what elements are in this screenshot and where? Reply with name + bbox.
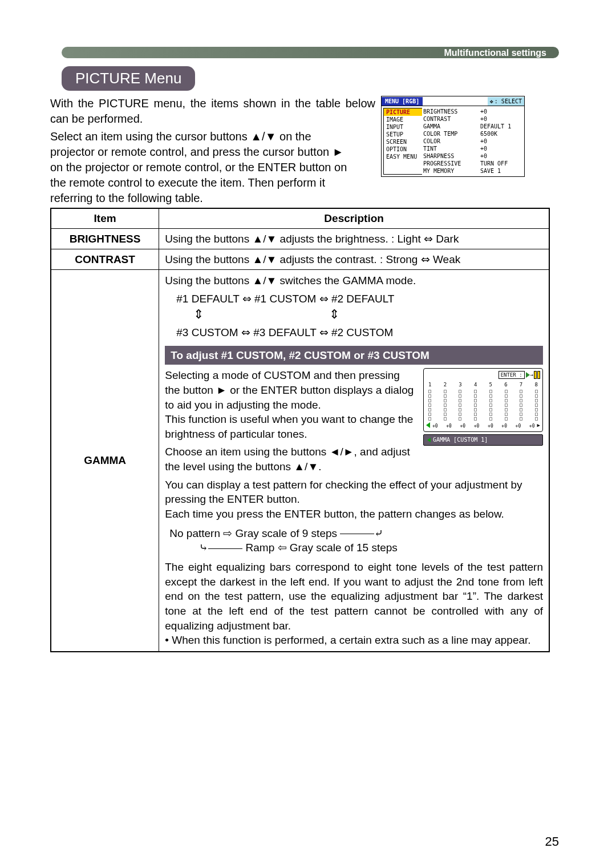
osd-item-name: TINT <box>422 145 479 152</box>
pattern-cycle: No pattern ⇨ Gray scale of 9 steps ⤶ ⤷ R… <box>165 526 543 555</box>
eq-bars <box>426 390 540 421</box>
gamma-eq-note: • When this function is performed, a cer… <box>165 633 543 648</box>
osd-item-value: +0 <box>479 145 522 152</box>
osd-tab: EASY MENU <box>384 153 422 160</box>
osd-tab: SCREEN <box>384 138 422 146</box>
intro-p1: With the PICTURE menu, the items shown i… <box>50 96 375 127</box>
updown-arrow-icon: ⇕ <box>193 306 204 323</box>
header-desc: Description <box>159 208 549 229</box>
page-number: 25 <box>545 834 559 849</box>
osd-item-names: BRIGHTNESS CONTRAST GAMMA COLOR TEMP COL… <box>422 108 479 175</box>
osd-item-name: CONTRAST <box>422 115 479 123</box>
gamma-cycle-top: #1 DEFAULT ⇔ #1 CUSTOM ⇔ #2 DEFAULT <box>176 292 543 306</box>
osd-item-name: GAMMA <box>422 123 479 130</box>
osd-tab: OPTION <box>384 146 422 153</box>
triangle-left-icon <box>426 422 430 428</box>
osd-item-values: +0 +0 DEFAULT 1 6500K +0 +0 +0 TURN OFF … <box>479 108 522 175</box>
osd-tab: INPUT <box>384 123 422 131</box>
osd-menu-figure: MENU [RGB] ✥ : SELECT PICTURE IMAGE INPU… <box>381 96 525 177</box>
header-item: Item <box>51 208 159 229</box>
corner-up-icon: ⤷ <box>199 542 208 554</box>
triangle-right-icon: ▶ <box>537 422 540 429</box>
intro-p2: Select an item using the cursor buttons … <box>50 129 352 206</box>
eq-bar-numbers: 1 2 3 4 5 6 7 8 <box>426 381 540 388</box>
gamma-custom-banner: To adjust #1 CUSTOM, #2 CUSTOM or #3 CUS… <box>165 346 543 365</box>
row-brightness-label: BRIGHTNESS <box>51 229 159 249</box>
play-icon <box>526 372 530 378</box>
corner-down-icon: ⤶ <box>374 527 383 539</box>
osd-item-value: TURN OFF <box>479 160 522 167</box>
osd-item-value: 6500K <box>479 130 522 138</box>
osd-item-value: +0 <box>479 108 522 115</box>
osd-item-value: DEFAULT 1 <box>479 123 522 130</box>
gamma-custom-p4: You can display a test pattern for check… <box>165 478 543 507</box>
gamma-custom-p5: Each time you press the ENTER button, th… <box>165 507 543 522</box>
long-arrow-icon <box>340 534 374 534</box>
osd-tab-list: PICTURE IMAGE INPUT SETUP SCREEN OPTION … <box>383 108 422 175</box>
gamma-cycle-arrows: ⇕ ⇕ <box>193 306 543 323</box>
row-gamma-desc: Using the buttons ▲/▼ switches the GAMMA… <box>159 270 549 652</box>
osd-tab: IMAGE <box>384 116 422 123</box>
header-bar: Multifunctional settings <box>62 47 559 58</box>
osd-item-value: +0 <box>479 152 522 160</box>
row-gamma-label: GAMMA <box>51 270 159 652</box>
pattern-line2-text: Ramp ⇦ Gray scale of 15 steps <box>246 542 398 554</box>
page-title: PICTURE Menu <box>62 66 195 91</box>
highlight-bars-icon <box>534 371 540 379</box>
row-contrast-desc: Using the buttons ▲/▼ adjusts the contra… <box>159 249 549 270</box>
eq-bar-values: +0 +0 +0 +0 +0 +0 +0 +0 <box>431 423 536 430</box>
section-label: Multifunctional settings <box>444 48 546 58</box>
row-contrast-label: CONTRAST <box>51 249 159 270</box>
osd-tab: PICTURE <box>384 108 422 116</box>
arrow-right-icon: → <box>530 372 533 378</box>
gamma-custom-figure-label: GAMMA [CUSTOM 1] <box>423 434 543 446</box>
dpad-icon: ✥ <box>490 98 493 104</box>
gamma-intro: Using the buttons ▲/▼ switches the GAMMA… <box>165 273 543 288</box>
osd-item-name: MY MEMORY <box>422 167 479 175</box>
osd-menu-label: MENU [RGB] <box>382 97 423 106</box>
gamma-eq-paragraph: The eight equalizing bars correspond to … <box>165 560 543 633</box>
triangle-left-icon <box>427 438 431 442</box>
osd-item-name: BRIGHTNESS <box>422 108 479 115</box>
equalizer-figure: ENTER : → 1 2 3 <box>423 368 543 474</box>
osd-item-value: SAVE 1 <box>479 167 522 175</box>
settings-table: Item Description BRIGHTNESS Using the bu… <box>50 208 550 652</box>
osd-item-name: PROGRESSIVE <box>422 160 479 167</box>
gamma-custom-p1: Selecting a mode of CUSTOM and then pres… <box>165 368 418 412</box>
osd-item-name: SHARPNESS <box>422 152 479 160</box>
intro-text: With the PICTURE menu, the items shown i… <box>50 96 375 206</box>
osd-select-label: ✥ : SELECT <box>488 97 524 106</box>
osd-item-name: COLOR <box>422 138 479 145</box>
gamma-cycle-bottom: #3 CUSTOM ⇔ #3 DEFAULT ⇔ #2 CUSTOM <box>176 325 543 340</box>
enter-label: ENTER : <box>499 371 525 379</box>
pattern-line1-text: No pattern ⇨ Gray scale of 9 steps <box>169 527 340 539</box>
osd-tab: SETUP <box>384 131 422 138</box>
row-brightness-desc: Using the buttons ▲/▼ adjusts the bright… <box>159 229 549 249</box>
osd-item-value: +0 <box>479 115 522 123</box>
long-arrow-icon <box>208 548 242 549</box>
osd-item-value: +0 <box>479 138 522 145</box>
gamma-custom-p2: This function is useful when you want to… <box>165 412 418 441</box>
updown-arrow-icon: ⇕ <box>329 306 339 323</box>
gamma-custom-p3: Choose an item using the buttons ◄/►, an… <box>165 445 418 474</box>
osd-item-name: COLOR TEMP <box>422 130 479 138</box>
